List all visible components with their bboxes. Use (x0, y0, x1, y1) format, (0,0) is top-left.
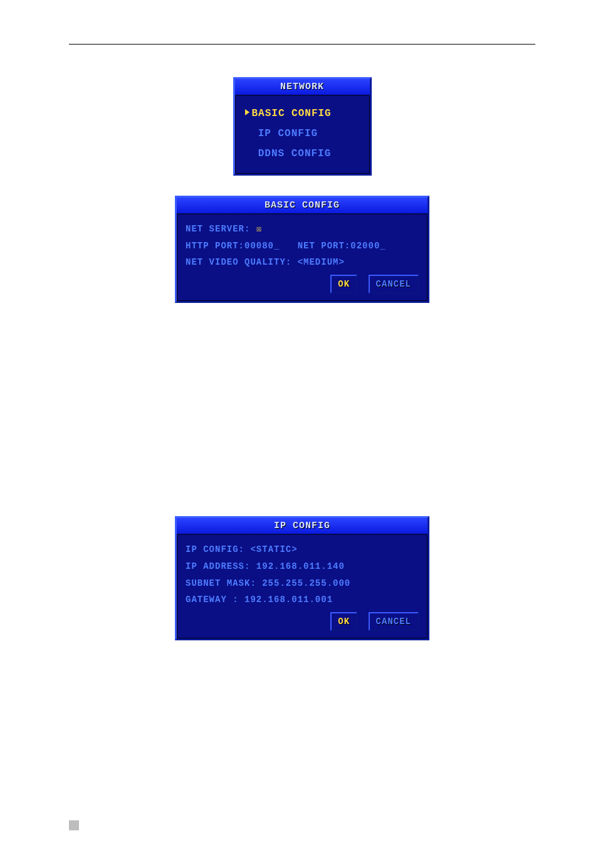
field-label: NET VIDEO QUALITY: (186, 257, 298, 267)
figure-network-menu: NETWORK BASIC CONFIG IP CONFIG DDNS CONF… (69, 77, 535, 176)
row-subnet: SUBNET MASK: 255.255.255.000 (186, 575, 419, 592)
field-value[interactable]: ☒ (256, 224, 262, 234)
osd-basic-config-title: BASIC CONFIG (177, 198, 428, 214)
field-label: NET SERVER: (186, 224, 256, 234)
page-rule (69, 44, 535, 45)
osd-basic-config: BASIC CONFIG NET SERVER: ☒ HTTP PORT:000… (175, 196, 429, 303)
menu-item-label: IP CONFIG (258, 128, 318, 139)
field-label: SUBNET MASK: (186, 578, 262, 588)
gateway-value[interactable]: 192.168.011.001 (244, 595, 333, 605)
menu-item-ddns-config[interactable]: DDNS CONFIG (245, 144, 360, 164)
osd-network: NETWORK BASIC CONFIG IP CONFIG DDNS CONF… (233, 77, 372, 176)
osd-network-menu: BASIC CONFIG IP CONFIG DDNS CONFIG (235, 96, 370, 174)
button-row: OK CANCEL (186, 275, 419, 294)
menu-item-basic-config[interactable]: BASIC CONFIG (245, 103, 360, 124)
row-ip-config-mode: IP CONFIG: <STATIC> (186, 541, 419, 558)
http-port-value[interactable]: 00080 (244, 241, 274, 251)
row-gateway: GATEWAY : 192.168.011.001 (186, 591, 419, 608)
cancel-button[interactable]: CANCEL (369, 275, 419, 294)
field-label: HTTP PORT: (186, 241, 244, 251)
figure-basic-config: BASIC CONFIG NET SERVER: ☒ HTTP PORT:000… (69, 196, 535, 303)
osd-network-title: NETWORK (235, 79, 370, 96)
menu-item-label: DDNS CONFIG (258, 148, 332, 159)
row-video-quality: NET VIDEO QUALITY: <MEDIUM> (186, 254, 419, 271)
ok-button[interactable]: OK (330, 275, 357, 294)
caret-icon (245, 109, 249, 115)
menu-item-ip-config[interactable]: IP CONFIG (245, 124, 360, 144)
button-row: OK CANCEL (186, 612, 419, 632)
subnet-value[interactable]: 255.255.255.000 (262, 578, 350, 588)
figure-ip-config: IP CONFIG IP CONFIG: <STATIC> IP ADDRESS… (69, 516, 535, 640)
osd-basic-config-body: NET SERVER: ☒ HTTP PORT:00080_ NET PORT:… (177, 214, 428, 301)
net-port-value[interactable]: 02000 (350, 241, 380, 251)
cancel-button[interactable]: CANCEL (369, 612, 419, 632)
document-page: NETWORK BASIC CONFIG IP CONFIG DDNS CONF… (0, 0, 598, 868)
row-net-server: NET SERVER: ☒ (186, 221, 419, 238)
page-number (69, 820, 79, 830)
video-quality-value[interactable]: <MEDIUM> (298, 257, 345, 267)
spacer (69, 323, 535, 505)
ip-config-mode-value[interactable]: <STATIC> (250, 544, 297, 554)
osd-ip-config: IP CONFIG IP CONFIG: <STATIC> IP ADDRESS… (175, 516, 429, 640)
field-label: GATEWAY : (186, 595, 244, 605)
osd-ip-config-body: IP CONFIG: <STATIC> IP ADDRESS: 192.168.… (177, 535, 428, 638)
menu-item-label: BASIC CONFIG (252, 108, 332, 119)
row-ports: HTTP PORT:00080_ NET PORT:02000_ (186, 238, 419, 255)
osd-ip-config-title: IP CONFIG (177, 518, 428, 535)
ok-button[interactable]: OK (330, 612, 357, 632)
ip-address-value[interactable]: 192.168.011.140 (256, 561, 345, 571)
field-label: IP ADDRESS: (186, 561, 256, 571)
field-label: NET PORT: (298, 241, 351, 251)
row-ip-address: IP ADDRESS: 192.168.011.140 (186, 558, 419, 575)
field-label: IP CONFIG: (186, 544, 250, 554)
